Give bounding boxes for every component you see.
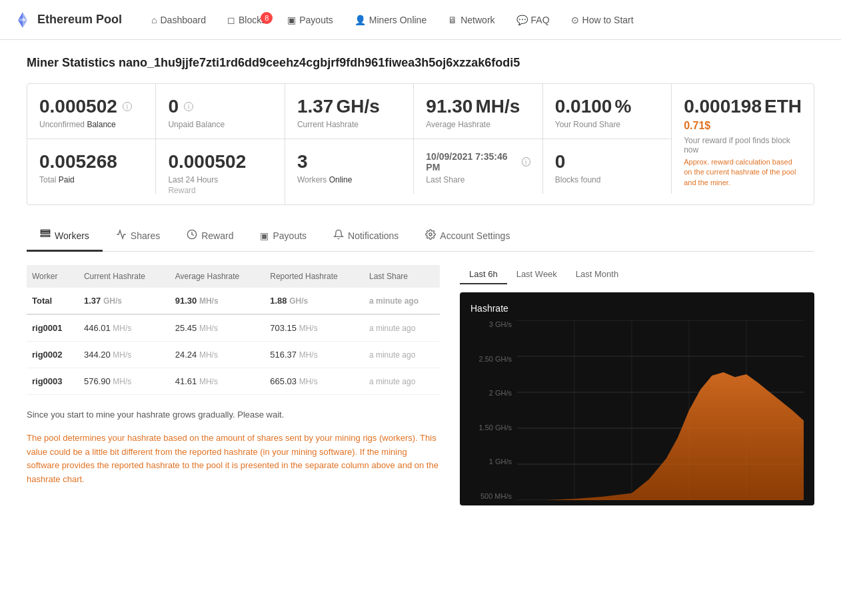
avg-hashrate-unit: MH/s	[475, 96, 520, 117]
col-reported-hashrate: Reported Hashrate	[265, 265, 364, 288]
avg-hashrate-label: Average Hashrate	[426, 120, 530, 129]
payout-icon: ▣	[287, 15, 296, 25]
blocks-found-label: Blocks found	[555, 175, 659, 184]
round-share-unit: %	[614, 96, 631, 117]
unpaid-label: Unpaid Balance	[168, 120, 272, 129]
chart-tab-lastmonth[interactable]: Last Month	[566, 265, 628, 284]
current-hashrate-value: 1.37	[297, 96, 334, 117]
tab-reward[interactable]: Reward	[173, 221, 247, 252]
chart-tabs: Last 6h Last Week Last Month	[460, 265, 814, 284]
table-row: rig0003 576.90 MH/s 41.61 MH/s 665.03 MH…	[27, 368, 440, 395]
current-hashrate-label: Current Hashrate	[297, 120, 401, 129]
chart-area: 3 GH/s 2.50 GH/s 2 GH/s 1.50 GH/s 1 GH/s…	[470, 320, 804, 500]
unpaid-info-icon[interactable]: i	[184, 102, 193, 111]
stats-col-4: 91.30 MH/s Average Hashrate 10/09/2021 7…	[414, 84, 542, 204]
brand-name: Ethereum Pool	[37, 13, 122, 27]
reward-eth-unit: ETH	[764, 96, 802, 117]
worker-name: Total	[27, 288, 79, 314]
chart-svg	[517, 320, 804, 500]
unpaid-value: 0	[168, 96, 179, 117]
payout-tab-icon: ▣	[260, 230, 269, 241]
round-share-value: 0.0100	[555, 96, 612, 117]
workers-table: Worker Current Hashrate Average Hashrate…	[27, 265, 440, 395]
nav-howtostart[interactable]: ⊙ How to Start	[562, 9, 643, 31]
reported-hashrate-cell: 665.03 MH/s	[265, 368, 364, 395]
stat-unpaid: 0 i Unpaid Balance	[156, 84, 285, 139]
last-share-label: Last Share	[426, 175, 530, 184]
tab-payouts[interactable]: ▣ Payouts	[247, 221, 320, 252]
chart-tab-lastweek[interactable]: Last Week	[507, 265, 566, 284]
last24-value: 0.000502	[168, 151, 272, 172]
reward-eth-value: 0.000198	[684, 96, 762, 117]
chart-plot	[517, 320, 804, 500]
total-paid-label: Total Paid	[39, 175, 143, 184]
col-worker: Worker	[27, 265, 79, 288]
chart-icon	[116, 229, 127, 242]
reported-hashrate-cell: 1.88 GH/s	[265, 288, 364, 314]
avg-hashrate-value: 91.30	[426, 96, 472, 117]
tab-account-settings[interactable]: Account Settings	[412, 221, 523, 252]
worker-name: rig0001	[27, 314, 79, 342]
last-share-cell: a minute ago	[364, 288, 440, 314]
svg-marker-2	[23, 20, 27, 27]
chart-tab-last6h[interactable]: Last 6h	[460, 265, 507, 284]
tab-shares[interactable]: Shares	[103, 221, 173, 252]
worker-name: rig0003	[27, 368, 79, 395]
nav-items: ⌂ Dashboard ◻ Blocks 8 ▣ Payouts 👤 Miner…	[142, 9, 828, 31]
current-hashrate-unit: GH/s	[336, 96, 379, 117]
ylabel-5: 500 MH/s	[470, 492, 517, 500]
svg-rect-7	[41, 235, 49, 236]
svg-point-10	[429, 233, 432, 236]
nav-payouts[interactable]: ▣ Payouts	[278, 9, 343, 31]
blocks-badge: 8	[261, 12, 273, 24]
workers-online-label: Workers Online	[297, 175, 401, 184]
svg-marker-3	[18, 20, 23, 27]
ylabel-3: 1.50 GH/s	[470, 424, 517, 432]
right-panel: Last 6h Last Week Last Month Hashrate 3 …	[460, 265, 814, 505]
tab-notifications[interactable]: Notifications	[320, 221, 412, 252]
reward-label: Your reward if pool finds block now	[684, 136, 802, 154]
stats-grid: 0.000502 i Unconfirmed Balance 0.005268 …	[27, 83, 814, 205]
bell-icon	[333, 229, 344, 242]
table-row: rig0002 344.20 MH/s 24.24 MH/s 516.37 MH…	[27, 342, 440, 368]
unconfirmed-value: 0.000502	[39, 96, 117, 117]
last24-sublabel: Reward	[168, 186, 272, 195]
svg-rect-6	[41, 232, 49, 234]
stat-current-hashrate: 1.37 GH/s Current Hashrate	[285, 84, 414, 139]
last-share-cell: a minute ago	[364, 368, 440, 395]
stat-eth-reward: 0.000198 ETH 0.71$ Your reward if pool f…	[672, 84, 814, 204]
help-icon: ⊙	[571, 15, 579, 25]
miners-icon: 👤	[355, 15, 366, 25]
chart-title: Hashrate	[470, 303, 804, 314]
nav-network[interactable]: 🖥 Network	[438, 9, 504, 31]
stat-last24h: 0.000502 Last 24 Hours Reward	[156, 139, 285, 204]
last-share-cell: a minute ago	[364, 342, 440, 368]
settings-icon	[425, 229, 436, 242]
total-paid-value: 0.005268	[39, 151, 143, 172]
stat-workers-online: 3 Workers Online	[285, 139, 414, 194]
nav-blocks[interactable]: ◻ Blocks 8	[218, 9, 275, 31]
nav-dashboard[interactable]: ⌂ Dashboard	[142, 9, 215, 31]
last-share-info-icon[interactable]: i	[522, 157, 530, 166]
chart-yaxis: 3 GH/s 2.50 GH/s 2 GH/s 1.50 GH/s 1 GH/s…	[470, 320, 517, 500]
tabs-bar: Workers Shares Reward ▣ Payouts Notifica…	[27, 221, 814, 252]
reported-hashrate-cell: 703.15 MH/s	[265, 314, 364, 342]
stat-blocks-found: 0 Blocks found	[543, 139, 672, 194]
nav-miners[interactable]: 👤 Miners Online	[345, 9, 436, 31]
page-title: Miner Statistics nano_1hu9jjfe7zti1rd6dd…	[27, 56, 814, 70]
workers-online-value: 3	[297, 151, 401, 172]
ethereum-logo	[13, 11, 32, 29]
hashrate-chart: Hashrate 3 GH/s 2.50 GH/s 2 GH/s 1.50 GH…	[460, 292, 814, 505]
tab-workers[interactable]: Workers	[27, 221, 103, 252]
col-last-share: Last Share	[364, 265, 440, 288]
nav-faq[interactable]: 💬 FAQ	[507, 9, 559, 31]
info-text-orange: The pool determines your hashrate based …	[27, 432, 440, 487]
reward-usd-value: 0.71$	[684, 120, 802, 132]
stat-total-paid: 0.005268 Total Paid	[27, 139, 156, 194]
content-area: Worker Current Hashrate Average Hashrate…	[27, 265, 814, 505]
layers-icon	[40, 229, 51, 242]
avg-hashrate-cell: 41.61 MH/s	[170, 368, 265, 395]
unconfirmed-info-icon[interactable]: i	[123, 102, 132, 111]
info-text: Since you start to mine your hashrate gr…	[27, 408, 440, 422]
ylabel-0: 3 GH/s	[470, 320, 517, 328]
